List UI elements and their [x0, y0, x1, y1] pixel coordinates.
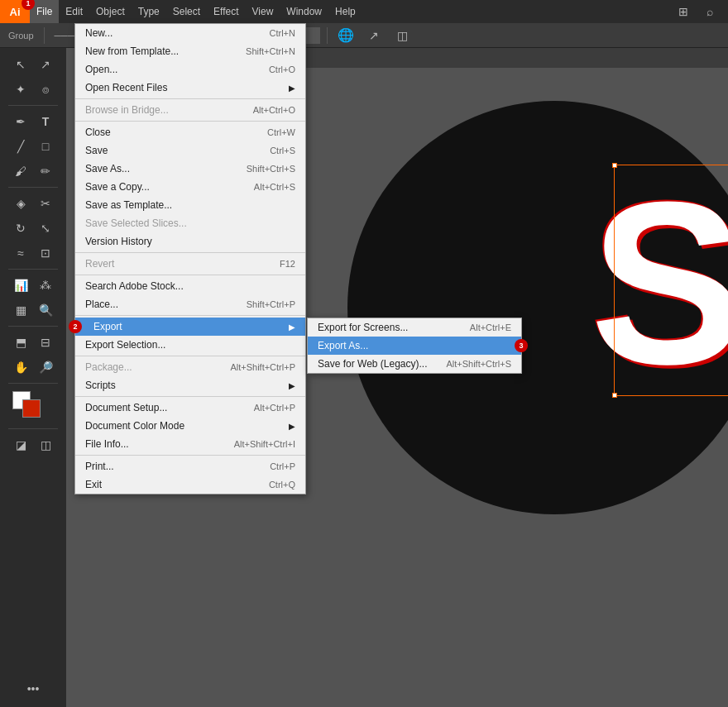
globe-icon[interactable]: 🌐: [334, 24, 357, 47]
tool-sep-6: [8, 428, 58, 429]
menu-version-history[interactable]: Version History: [75, 232, 305, 251]
menu-open-recent-label: Open Recent Files: [85, 82, 167, 93]
zoom-tool[interactable]: 🔎: [34, 356, 57, 379]
more-tools[interactable]: •••: [22, 677, 45, 700]
paintbrush-tool[interactable]: 🖌: [9, 160, 32, 183]
slice-tool[interactable]: ⊟: [34, 331, 57, 354]
menu-export-arrow: ▶: [289, 322, 295, 332]
menu-type[interactable]: Type: [132, 0, 166, 23]
chart-tool[interactable]: 📊: [9, 274, 32, 297]
menu-help[interactable]: Help: [328, 0, 362, 23]
menu-open-label: Open...: [85, 64, 117, 75]
menu-save[interactable]: Save Ctrl+S: [75, 141, 305, 160]
menu-close[interactable]: Close Ctrl+W: [75, 123, 305, 141]
file-dropdown-menu: New... Ctrl+N New from Template... Shift…: [74, 23, 306, 494]
menu-items: File Edit Object Type Select Effect View…: [30, 0, 362, 23]
tool-row-3: ✒ T: [9, 110, 57, 133]
tool-row-7: ↻ ⤡: [9, 217, 57, 240]
line-tool[interactable]: ╱: [9, 135, 32, 158]
tool-sep-5: [8, 383, 58, 384]
rect-tool[interactable]: □: [34, 135, 57, 158]
magic-wand-tool[interactable]: ✦: [9, 78, 32, 101]
blend-tool[interactable]: ⬒: [9, 331, 32, 354]
sep-8: [75, 455, 305, 456]
sep-1: [75, 98, 305, 99]
menu-save-copy[interactable]: Save a Copy... Alt+Ctrl+S: [75, 178, 305, 196]
menu-window[interactable]: Window: [280, 0, 328, 23]
free-transform-tool[interactable]: ⊡: [34, 241, 57, 265]
search-icon[interactable]: ⌕: [698, 0, 721, 23]
gradient-tool[interactable]: ▦: [9, 299, 32, 322]
toolbar-divider-2: [327, 27, 328, 44]
menu-save-as[interactable]: Save As... Shift+Ctrl+S: [75, 160, 305, 178]
menu-exit[interactable]: Exit Ctrl+Q: [75, 475, 305, 494]
step-badge-3: 3: [515, 339, 528, 352]
menu-open-recent[interactable]: Open Recent Files ▶: [75, 79, 305, 97]
hand-tool[interactable]: ✋: [9, 356, 32, 379]
menu-file-info[interactable]: File Info... Alt+Shift+Ctrl+I: [75, 435, 305, 453]
lasso-tool[interactable]: ⌾: [34, 78, 57, 101]
menu-new-from-template[interactable]: New from Template... Shift+Ctrl+N: [75, 42, 305, 60]
tool-sep-4: [8, 326, 58, 327]
menu-document-setup[interactable]: Document Setup... Alt+Ctrl+P: [75, 399, 305, 417]
menu-export-as[interactable]: Export As... 3: [308, 337, 521, 355]
pencil-tool[interactable]: ✏: [34, 160, 57, 183]
menu-scripts[interactable]: Scripts ▶: [75, 376, 305, 394]
letter-s: S: [590, 167, 728, 399]
menu-package-shortcut: Alt+Shift+Ctrl+P: [230, 362, 295, 372]
menu-export-screens-shortcut: Alt+Ctrl+E: [470, 322, 511, 332]
menu-save-template[interactable]: Save as Template...: [75, 196, 305, 214]
tool-row-5: 🖌 ✏: [9, 160, 57, 183]
menu-save-for-web[interactable]: Save for Web (Legacy)... Alt+Shift+Ctrl+…: [308, 355, 521, 373]
scissors-tool[interactable]: ✂: [34, 192, 57, 215]
menu-save-template-label: Save as Template...: [85, 199, 172, 211]
menu-new-from-template-shortcut: Shift+Ctrl+N: [246, 46, 295, 56]
eyedropper-tool[interactable]: 🔍: [34, 299, 57, 322]
warp-tool[interactable]: ≈: [9, 241, 32, 265]
menu-effect[interactable]: Effect: [207, 0, 245, 23]
menu-view[interactable]: View: [246, 0, 280, 23]
tool-sep-2: [8, 187, 58, 188]
menu-export[interactable]: 2 Export ▶: [75, 318, 305, 336]
symbol-spray-tool[interactable]: ⁂: [34, 274, 57, 297]
app-logo[interactable]: Ai 1: [0, 0, 30, 23]
menu-export-for-screens[interactable]: Export for Screens... Alt+Ctrl+E: [308, 318, 521, 337]
menu-document-color-mode[interactable]: Document Color Mode ▶: [75, 417, 305, 435]
menu-file-info-shortcut: Alt+Shift+Ctrl+I: [234, 439, 295, 449]
layer-icon[interactable]: ◫: [390, 24, 414, 47]
direct-select-tool[interactable]: ↗: [34, 53, 57, 76]
background-swatch[interactable]: [22, 399, 41, 418]
extra-tool-2[interactable]: ◫: [34, 433, 57, 456]
menu-exit-shortcut: Ctrl+Q: [269, 480, 295, 490]
menu-print[interactable]: Print... Ctrl+P: [75, 457, 305, 475]
menu-object[interactable]: Object: [89, 0, 132, 23]
design-preview: S: [347, 101, 728, 514]
pen-tool[interactable]: ✒: [9, 110, 32, 133]
menu-open[interactable]: Open... Ctrl+O: [75, 60, 305, 79]
menu-search-stock[interactable]: Search Adobe Stock...: [75, 277, 305, 295]
export-submenu-container: 2 Export ▶ Export for Screens... Alt+Ctr…: [75, 318, 305, 336]
logo-text: Ai: [10, 6, 21, 18]
arrow-icon[interactable]: ↗: [362, 24, 386, 47]
eraser-tool[interactable]: ◈: [9, 192, 32, 215]
group-label: Group: [5, 31, 37, 41]
menu-edit[interactable]: Edit: [59, 0, 89, 23]
export-submenu: Export for Screens... Alt+Ctrl+E Export …: [307, 318, 522, 374]
sep-5: [75, 315, 305, 316]
menu-document-setup-label: Document Setup...: [85, 402, 167, 413]
menu-save-slices-label: Save Selected Slices...: [85, 217, 187, 229]
grid-icon[interactable]: ⊞: [672, 0, 695, 23]
menu-browse-bridge-label: Browse in Bridge...: [85, 104, 169, 116]
menu-place[interactable]: Place... Shift+Ctrl+P: [75, 295, 305, 313]
sep-4: [75, 275, 305, 275]
rotate-tool[interactable]: ↻: [9, 217, 32, 240]
menu-select[interactable]: Select: [166, 0, 207, 23]
menu-export-selection[interactable]: Export Selection...: [75, 336, 305, 354]
menu-print-label: Print...: [85, 461, 114, 472]
select-tool[interactable]: ↖: [9, 53, 32, 76]
menu-new[interactable]: New... Ctrl+N: [75, 24, 305, 42]
extra-tool-1[interactable]: ◪: [9, 433, 32, 456]
menu-open-recent-arrow: ▶: [289, 84, 295, 93]
scale-tool[interactable]: ⤡: [34, 217, 57, 240]
text-tool[interactable]: T: [34, 110, 57, 133]
